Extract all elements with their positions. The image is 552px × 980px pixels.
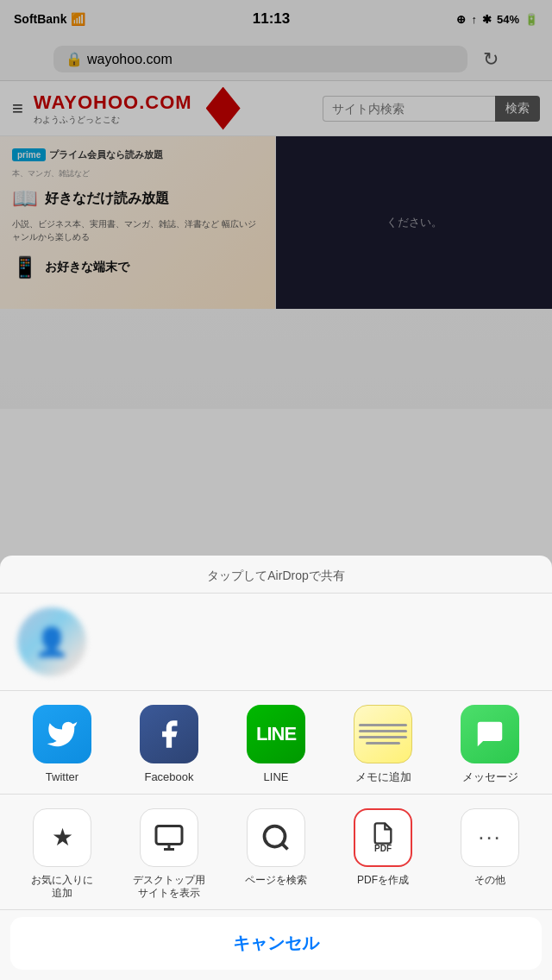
action-item-pdf[interactable]: PDF PDFを作成	[337, 808, 429, 901]
search-action-label: ページを検索	[245, 874, 307, 888]
pdf-action-icon: PDF	[354, 808, 412, 867]
app-item-line[interactable]: LINE LINE	[230, 705, 322, 785]
share-sheet: タップしてAirDropで共有 👤 Twitter	[0, 556, 552, 980]
app-share-row: Twitter Facebook LINE LINE	[0, 691, 552, 795]
airdrop-title: タップしてAirDropで共有	[207, 569, 344, 582]
action-item-bookmark[interactable]: ★ お気に入りに追加	[16, 808, 108, 901]
app-item-facebook[interactable]: Facebook	[123, 705, 215, 785]
action-item-more[interactable]: ··· その他	[444, 808, 536, 901]
more-label: その他	[474, 874, 505, 888]
action-row: ★ お気に入りに追加 デスクトップ用サイトを表示	[0, 795, 552, 910]
facebook-icon	[140, 705, 198, 763]
desktop-action-icon	[140, 808, 198, 867]
twitter-icon	[33, 705, 91, 763]
svg-rect-0	[156, 826, 182, 844]
app-item-messages[interactable]: メッセージ	[444, 705, 536, 785]
airdrop-avatar[interactable]: 👤	[17, 607, 86, 676]
desktop-label: デスクトップ用サイトを表示	[133, 874, 205, 901]
facebook-label: Facebook	[144, 770, 193, 785]
airdrop-row: 👤	[0, 594, 552, 691]
action-item-search[interactable]: ページを検索	[230, 808, 322, 901]
memo-label: メモに追加	[355, 770, 411, 785]
cancel-area: キャンセル	[0, 910, 552, 980]
sheet-main: タップしてAirDropで共有 👤 Twitter	[0, 556, 552, 980]
app-item-twitter[interactable]: Twitter	[16, 705, 108, 785]
app-item-memo[interactable]: メモに追加	[337, 705, 429, 785]
messages-icon	[461, 705, 519, 763]
bookmark-label: お気に入りに追加	[31, 874, 93, 901]
memo-icon	[354, 705, 412, 763]
svg-point-3	[265, 826, 285, 846]
search-action-icon	[247, 808, 305, 867]
airdrop-header: タップしてAirDropで共有	[0, 556, 552, 594]
line-icon: LINE	[247, 705, 305, 763]
bookmark-action-icon: ★	[33, 808, 91, 867]
pdf-label: PDFを作成	[357, 874, 409, 888]
svg-line-4	[282, 844, 288, 850]
line-label: LINE	[264, 770, 289, 785]
twitter-label: Twitter	[46, 770, 78, 785]
action-item-desktop[interactable]: デスクトップ用サイトを表示	[123, 808, 215, 901]
more-action-icon: ···	[461, 808, 519, 867]
cancel-button[interactable]: キャンセル	[10, 917, 542, 970]
messages-label: メッセージ	[462, 770, 518, 785]
